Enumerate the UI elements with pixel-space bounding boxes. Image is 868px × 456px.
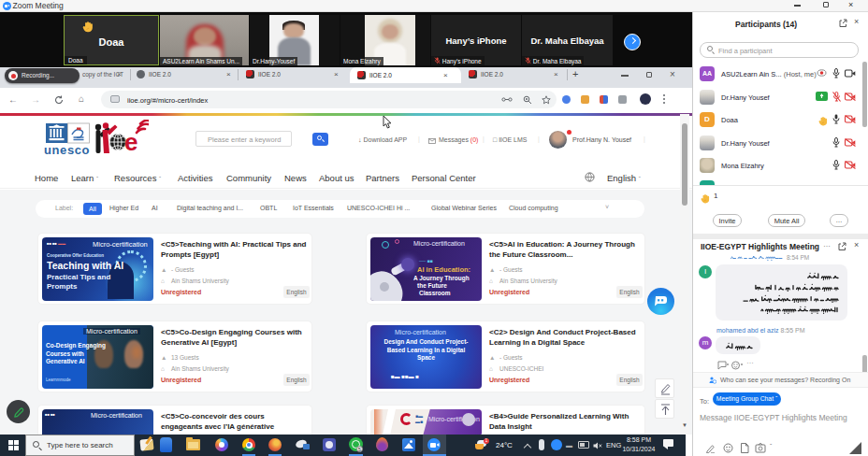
svg-text:unesco: unesco [44,143,90,156]
